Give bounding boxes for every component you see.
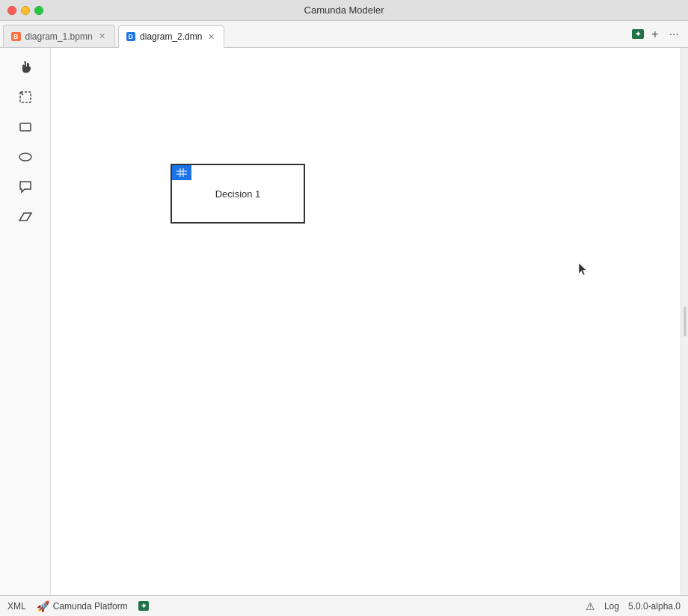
hand-tool-button[interactable] (9, 54, 42, 81)
main-area: Decision 1 (0, 48, 688, 595)
warning-item[interactable]: ⚠ (586, 600, 595, 612)
svg-point-3 (19, 153, 31, 161)
dmn-icon: D (126, 32, 136, 41)
minimize-button[interactable] (21, 6, 30, 15)
rocket-icon: 🚀 (37, 600, 49, 612)
warning-icon: ⚠ (586, 600, 595, 612)
platform-label: Camunda Platform (53, 601, 128, 612)
svg-marker-4 (19, 213, 31, 221)
log-item[interactable]: Log (604, 601, 619, 612)
log-label: Log (604, 601, 619, 612)
maximize-button[interactable] (34, 6, 43, 15)
left-toolbar (0, 48, 51, 595)
tabbar: B diagram_1.bpmn ✕ D diagram_2.dmn ✕ ✦ +… (0, 21, 688, 48)
tab2-close-button[interactable]: ✕ (206, 31, 216, 43)
traffic-lights (7, 6, 43, 15)
cursor-indicator (579, 263, 588, 277)
excel-deploy-item[interactable]: ✦ (138, 601, 149, 611)
version-item: 5.0.0-alpha.0 (628, 601, 681, 612)
titlebar: Camunda Modeler (0, 0, 688, 21)
canvas[interactable]: Decision 1 (51, 48, 681, 595)
ellipse-tool-button[interactable] (9, 144, 42, 170)
svg-rect-2 (20, 123, 31, 131)
bpmn-icon: B (11, 32, 21, 41)
decision-node-label: Decision 1 (172, 165, 304, 222)
right-handle-bar (684, 307, 687, 336)
tab1-close-button[interactable]: ✕ (97, 31, 107, 42)
svg-rect-5 (176, 168, 187, 177)
statusbar-right: ⚠ Log 5.0.0-alpha.0 (586, 600, 681, 612)
right-panel-handle[interactable] (681, 48, 688, 595)
decision-node[interactable]: Decision 1 (171, 164, 305, 224)
app-title: Camunda Modeler (304, 4, 384, 16)
tab1-label: diagram_1.bpmn (25, 31, 93, 42)
decision-node-header (172, 165, 191, 180)
excel-status-icon: ✦ (632, 29, 644, 39)
callout-tool-button[interactable] (9, 173, 42, 200)
more-options-button[interactable]: ··· (666, 26, 682, 43)
rectangle-tool-button[interactable] (9, 114, 42, 141)
platform-item[interactable]: 🚀 Camunda Platform (37, 600, 128, 612)
parallelogram-tool-button[interactable] (9, 203, 42, 230)
deploy-excel-icon: ✦ (138, 601, 149, 611)
statusbar-left: XML 🚀 Camunda Platform ✦ (7, 600, 149, 612)
xml-button[interactable]: XML (7, 601, 26, 612)
lasso-tool-button[interactable] (9, 84, 42, 111)
new-tab-button[interactable]: + (648, 26, 661, 43)
tabbar-actions: ✦ + ··· (626, 21, 688, 47)
close-button[interactable] (7, 6, 16, 15)
version-label: 5.0.0-alpha.0 (628, 601, 681, 612)
tab2-label: diagram_2.dmn (140, 31, 202, 42)
xml-label: XML (7, 601, 26, 612)
statusbar: XML 🚀 Camunda Platform ✦ ⚠ Log 5.0.0-alp… (0, 595, 688, 616)
tab-diagram1-bpmn[interactable]: B diagram_1.bpmn ✕ (3, 25, 115, 47)
tab-diagram2-dmn[interactable]: D diagram_2.dmn ✕ (118, 25, 225, 48)
